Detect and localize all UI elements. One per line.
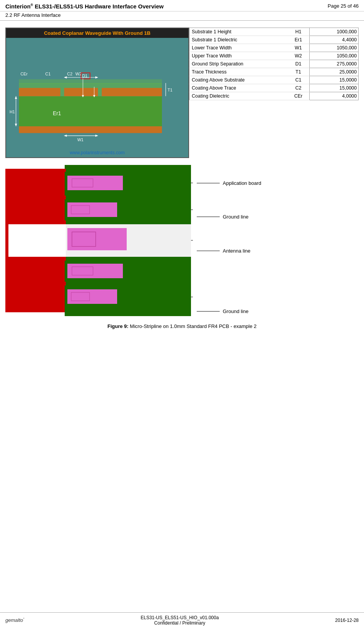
svg-rect-51	[5, 169, 8, 312]
param-symbol-cell: CEr	[287, 92, 309, 100]
svg-text:D1: D1	[82, 73, 88, 78]
param-row: Coating Above Substrate C1 15,0000	[189, 76, 359, 84]
page-number: Page 25 of 46	[328, 3, 359, 9]
param-value-cell: 15,0000	[309, 84, 358, 92]
param-symbol-cell: H1	[287, 28, 309, 36]
svg-text:H1: H1	[10, 109, 15, 114]
figure-caption: Figure 9: Micro-Stripline on 1.0mm Stand…	[5, 323, 359, 329]
param-name-cell: Lower Trace Width	[189, 44, 288, 52]
header-title: Cinterion® ELS31-/ELS51-US Hardware Inte…	[5, 3, 163, 10]
doc-title: Cinterion® ELS31-/ELS51-US Hardware Inte…	[5, 3, 163, 10]
svg-rect-50	[5, 224, 65, 257]
param-name-cell: Coating Above Trace	[189, 84, 288, 92]
svg-text:T1: T1	[168, 88, 173, 92]
param-name-cell: Ground Strip Separation	[189, 60, 288, 68]
param-row: Coating Dielectric CEr 4,0000	[189, 92, 359, 100]
label-antenna-line: Antenna line	[197, 248, 359, 254]
svg-rect-42	[72, 232, 96, 246]
param-name-cell: Upper Trace Width	[189, 52, 288, 60]
param-symbol-cell: C2	[287, 84, 309, 92]
param-symbol-cell: D1	[287, 60, 309, 68]
svg-rect-5	[19, 88, 60, 96]
param-symbol-cell: W1	[287, 44, 309, 52]
label-text-3: Antenna line	[223, 248, 250, 254]
figure-text: Micro-Stripline on 1.0mm Standard FR4 PC…	[129, 323, 257, 329]
svg-rect-6	[102, 88, 162, 96]
param-symbol-cell: W2	[287, 52, 309, 60]
label-text-4: Ground line	[223, 308, 248, 314]
param-row: Trace Thickness T1 25,0000	[189, 68, 359, 76]
pcb-section: Application board Ground line Antenna li…	[5, 165, 359, 318]
pcb-labels: Application board Ground line Antenna li…	[193, 165, 359, 314]
label-ground-line-1: Ground line	[197, 214, 359, 220]
header: Cinterion® ELS31-/ELS51-US Hardware Inte…	[0, 0, 364, 11]
svg-text:CEr: CEr	[20, 72, 28, 76]
section-label: 2.2 RF Antenna Interface	[0, 11, 364, 21]
param-row: Substrate 1 Dielectric Er1 4,4000	[189, 36, 359, 44]
waveguide-box: Coated Coplanar Waveguide With Ground 1B…	[5, 28, 189, 158]
param-value-cell: 15,0000	[309, 76, 358, 84]
footer-center: ELS31-US_ELS51-US_HIO_v01.000a Confident…	[140, 615, 219, 626]
svg-rect-3	[19, 126, 162, 133]
svg-text:Er1: Er1	[53, 111, 61, 116]
svg-rect-45	[72, 267, 93, 275]
label-line-2	[197, 217, 220, 217]
label-text-1: Application board	[223, 180, 261, 186]
param-row: Ground Strip Separation D1 275,0000	[189, 60, 359, 68]
svg-rect-8	[19, 79, 162, 84]
svg-rect-39	[71, 206, 90, 214]
top-section: Coated Coplanar Waveguide With Ground 1B…	[5, 28, 359, 158]
waveguide-title: Coated Coplanar Waveguide With Ground 1B	[6, 28, 188, 38]
svg-rect-48	[71, 292, 90, 301]
svg-text:W2: W2	[75, 72, 82, 76]
param-name-cell: Coating Dielectric	[189, 92, 288, 100]
label-text-2: Ground line	[223, 214, 248, 220]
waveguide-diagram: Er1	[6, 38, 188, 149]
footer-date: 2016-12-28	[335, 618, 359, 623]
main-content: Coated Coplanar Waveguide With Ground 1B…	[0, 21, 364, 344]
label-application-board: Application board	[197, 180, 359, 186]
param-value-cell: 275,0000	[309, 60, 358, 68]
label-line-1	[197, 183, 220, 183]
svg-rect-36	[127, 176, 186, 190]
figure-label: Figure 9:	[108, 323, 129, 329]
param-value-cell: 1000,000	[309, 28, 358, 36]
pcb-diagram	[5, 165, 193, 318]
param-symbol-cell: T1	[287, 68, 309, 76]
footer-doc: ELS31-US_ELS51-US_HIO_v01.000a	[140, 615, 219, 620]
param-row: Lower Trace Width W1 1050,000	[189, 44, 359, 52]
svg-text:W1: W1	[77, 137, 83, 142]
param-name-cell: Coating Above Substrate	[189, 76, 288, 84]
svg-rect-7	[64, 88, 98, 96]
waveguide-url: www.polarinstruments.com	[6, 149, 188, 157]
param-name-cell: Substrate 1 Height	[189, 28, 288, 36]
param-value-cell: 1050,000	[309, 52, 358, 60]
label-ground-line-2: Ground line	[197, 308, 359, 314]
param-value-cell: 1050,000	[309, 44, 358, 52]
footer-classification: Confidential / Preliminary	[140, 620, 219, 626]
footer-logo: gemalto°	[5, 617, 24, 623]
param-row: Substrate 1 Height H1 1000,000	[189, 28, 359, 36]
param-value-cell: 4,0000	[309, 92, 358, 100]
param-name-cell: Substrate 1 Dielectric	[189, 36, 288, 44]
param-row: Coating Above Trace C2 15,0000	[189, 84, 359, 92]
svg-text:C1: C1	[45, 72, 51, 76]
footer: gemalto° ELS31-US_ELS51-US_HIO_v01.000a …	[0, 612, 364, 628]
param-value-cell: 25,0000	[309, 68, 358, 76]
svg-text:C2: C2	[67, 72, 72, 76]
param-symbol-cell: C1	[287, 76, 309, 84]
label-line-4	[197, 311, 220, 312]
param-row: Upper Trace Width W2 1050,000	[189, 52, 359, 60]
param-name-cell: Trace Thickness	[189, 68, 288, 76]
svg-rect-35	[72, 179, 93, 187]
param-value-cell: 4,4000	[309, 36, 358, 44]
svg-rect-1	[19, 96, 162, 126]
param-table: Substrate 1 Height H1 1000,000 Substrate…	[189, 28, 359, 100]
label-line-3	[197, 251, 220, 251]
param-symbol-cell: Er1	[287, 36, 309, 44]
